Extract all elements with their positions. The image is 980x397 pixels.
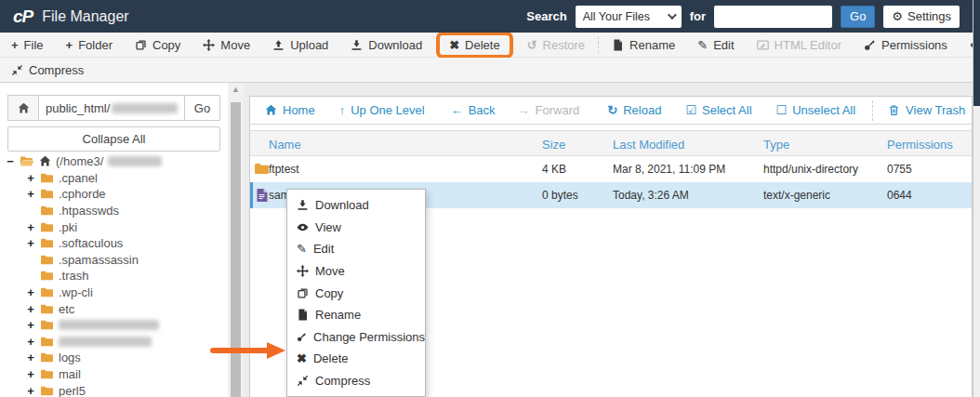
nav-forward-button[interactable]: →Forward [518, 103, 580, 117]
redacted-text [108, 156, 162, 166]
folder-icon [40, 319, 54, 331]
toolbar-separator [598, 36, 599, 53]
tree-item-root[interactable]: −(/home3/ [6, 153, 224, 170]
toolbar-button-delete[interactable]: ✖Delete [436, 32, 512, 59]
page-scrollbar[interactable] [973, 0, 980, 397]
context-menu-delete[interactable]: ✖Delete [287, 348, 425, 370]
context-menu-move[interactable]: Move [287, 260, 425, 283]
scroll-up-arrow-icon[interactable]: ▲ [228, 85, 244, 94]
x-icon: ✖ [297, 352, 307, 364]
file-permissions: 0644 [887, 182, 912, 208]
expand-icon[interactable]: + [26, 384, 35, 397]
file-name[interactable]: ftptest [269, 156, 299, 182]
nav-view-trash-button[interactable]: View Trash [888, 103, 965, 117]
folder-icon [40, 188, 54, 200]
nav-home-button[interactable]: Home [265, 103, 315, 117]
tree-item-wp-cli[interactable]: +.wp-cli [26, 285, 224, 301]
column-header-size[interactable]: Size [542, 131, 565, 157]
toolbar-button-permissions[interactable]: Permissions [853, 33, 959, 57]
toolbar-button-rename[interactable]: Rename [601, 33, 686, 57]
toolbar-button-folder[interactable]: +Folder [55, 33, 124, 57]
expand-icon[interactable]: + [26, 285, 35, 299]
table-row-ftptest[interactable]: ftptest 4 KB Mar 8, 2021, 11:09 PM httpd… [250, 156, 972, 182]
file-size: 0 bytes [542, 182, 578, 208]
path-input[interactable]: public_html/ [39, 95, 185, 121]
context-menu-view[interactable]: View [287, 217, 425, 239]
directory-sidebar: public_html/ Go Collapse All −(/home3/ +… [0, 83, 228, 397]
column-header-type[interactable]: Type [763, 131, 789, 157]
toolbar-button-file[interactable]: +File [0, 33, 55, 57]
context-menu-copy[interactable]: Copy [287, 282, 425, 304]
cpanel-logo: cP [13, 7, 33, 27]
context-menu-change-permissions[interactable]: Change Permissions [287, 326, 425, 349]
arrow-left-icon: ← [451, 104, 463, 116]
context-menu-rename[interactable]: Rename [287, 304, 425, 326]
page-scrollbar-thumb[interactable] [973, 0, 980, 106]
app-header: cP File Manager Search All Your Files fo… [0, 0, 980, 33]
tree-item-mail[interactable]: +mail [26, 366, 224, 383]
path-group: public_html/ Go [7, 95, 220, 121]
search-label: Search [526, 9, 566, 23]
sidebar-scrollbar-thumb[interactable] [231, 102, 241, 397]
expand-icon[interactable]: + [26, 351, 35, 364]
expand-icon[interactable]: + [26, 318, 35, 332]
file-toolbar-row1: +File +Folder Copy Move Upload Download … [0, 33, 973, 58]
tree-item-perl5[interactable]: +perl5 [26, 382, 224, 397]
settings-button[interactable]: ⚙Settings [883, 6, 960, 28]
pencil-icon: ✎ [697, 39, 708, 51]
tree-item-spamassassin[interactable]: .spamassassin [26, 252, 224, 269]
collapse-all-button[interactable]: Collapse All [7, 126, 220, 152]
tree-item-trash[interactable]: .trash [26, 268, 224, 285]
plus-icon: + [66, 39, 73, 51]
column-header-name[interactable]: Name [269, 131, 301, 157]
sidebar-scrollbar[interactable]: ▲ [228, 83, 244, 397]
search-input[interactable] [714, 6, 832, 28]
context-menu-compress[interactable]: Compress [287, 370, 425, 392]
tree-item-cphorde[interactable]: +.cphorde [26, 186, 224, 203]
expand-icon[interactable]: + [26, 220, 35, 234]
column-header-last-modified[interactable]: Last Modified [613, 131, 684, 157]
toolbar-button-copy[interactable]: Copy [124, 33, 192, 57]
folder-open-icon [20, 155, 34, 168]
tree-item-logs[interactable]: +logs [26, 350, 224, 366]
tree-item-pki[interactable]: +.pki [26, 218, 224, 235]
toolbar-button-move[interactable]: Move [192, 33, 261, 57]
x-icon: ✖ [449, 39, 459, 51]
nav-reload-button[interactable]: ↻Reload [607, 103, 661, 117]
column-header-permissions[interactable]: Permissions [887, 131, 953, 157]
nav-unselect-all-button[interactable]: ☐Unselect All [776, 103, 856, 117]
toolbar-button-edit[interactable]: ✎Edit [686, 33, 745, 57]
nav-back-button[interactable]: ←Back [451, 103, 496, 117]
tree-item-etc[interactable]: +etc [26, 300, 224, 317]
tree-item-cpanel[interactable]: +.cpanel [26, 170, 224, 187]
checkbox-checked-icon: ☑ [685, 104, 696, 116]
context-menu-download[interactable]: Download [287, 194, 425, 217]
folder-icon [40, 172, 54, 184]
collapse-icon[interactable]: − [6, 154, 15, 168]
expand-icon[interactable]: + [26, 302, 35, 316]
sidebar-home-button[interactable] [7, 95, 39, 121]
folder-icon [40, 237, 54, 249]
toolbar-button-restore[interactable]: ↺Restore [516, 33, 596, 57]
expand-icon[interactable]: + [26, 171, 35, 185]
search-scope-select[interactable]: All Your Files [576, 6, 682, 28]
context-menu-edit[interactable]: ✎Edit [287, 238, 425, 260]
tree-item-softaculous[interactable]: +.softaculous [26, 235, 224, 252]
move-icon [297, 265, 309, 277]
redacted-text [59, 320, 159, 330]
toolbar-button-download[interactable]: Download [339, 33, 433, 57]
expand-icon[interactable]: + [26, 187, 35, 201]
expand-icon[interactable]: + [26, 367, 35, 381]
nav-up-one-level-button[interactable]: ↑Up One Level [339, 103, 425, 117]
tree-item-redacted[interactable]: + [26, 334, 224, 351]
toolbar-button-html-editor[interactable]: HTML Editor [746, 33, 853, 57]
nav-select-all-button[interactable]: ☑Select All [685, 103, 751, 117]
toolbar-button-compress[interactable]: Compress [0, 58, 95, 82]
expand-icon[interactable]: + [26, 335, 35, 349]
tree-item-redacted[interactable]: + [26, 317, 224, 334]
tree-item-htpasswds[interactable]: .htpasswds [26, 203, 224, 219]
search-go-button[interactable]: Go [841, 6, 875, 28]
path-go-button[interactable]: Go [185, 95, 220, 121]
toolbar-button-upload[interactable]: Upload [261, 33, 339, 57]
expand-icon[interactable]: + [26, 236, 35, 250]
